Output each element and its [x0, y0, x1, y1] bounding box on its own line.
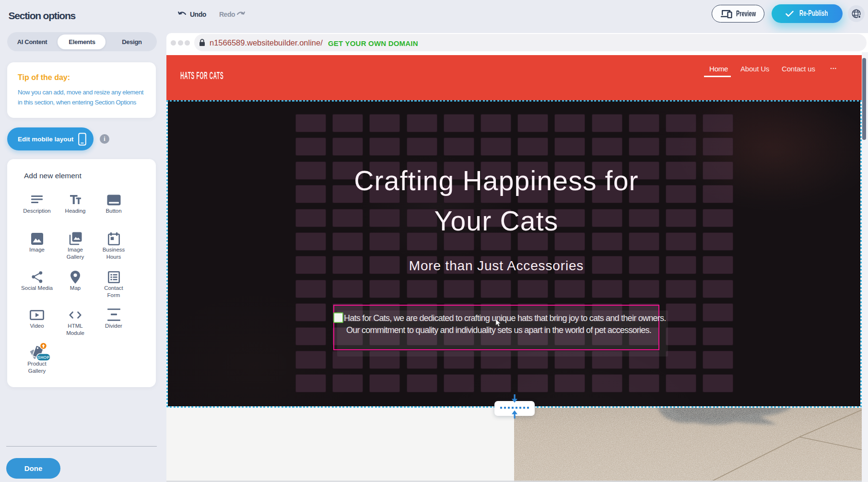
svg-text:SHOP: SHOP	[37, 355, 49, 360]
